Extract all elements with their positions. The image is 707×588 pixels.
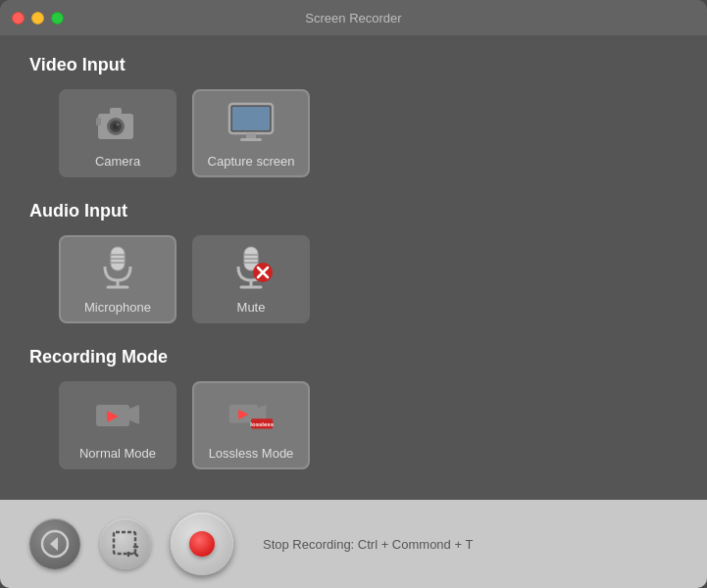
- svg-rect-10: [240, 138, 262, 141]
- record-button[interactable]: [171, 513, 233, 575]
- recording-mode-row: Normal Mode lossless: [29, 381, 678, 469]
- svg-rect-36: [114, 532, 135, 554]
- maximize-button[interactable]: [51, 12, 64, 24]
- title-bar: Screen Recorder: [0, 0, 707, 35]
- svg-marker-35: [50, 537, 58, 551]
- lossless-mode-icon-container: lossless: [227, 391, 275, 438]
- video-input-title: Video Input: [29, 55, 678, 75]
- back-icon: [40, 529, 70, 559]
- normal-mode-icon: [94, 397, 141, 432]
- video-input-row: Camera Capture screen: [29, 89, 678, 177]
- main-content: Video Input Camera: [0, 35, 707, 500]
- svg-marker-31: [258, 404, 267, 420]
- recording-mode-title: Recording Mode: [29, 347, 678, 368]
- lossless-mode-label: Lossless Mode: [209, 446, 294, 461]
- microphone-button[interactable]: Microphone: [59, 235, 177, 323]
- microphone-label: Microphone: [84, 300, 151, 315]
- svg-point-5: [117, 122, 120, 125]
- camera-button[interactable]: Camera: [59, 89, 177, 177]
- mute-button[interactable]: Mute: [192, 235, 310, 323]
- record-dot: [189, 531, 215, 557]
- bottom-bar: Stop Recording: Ctrl + Commond + T: [0, 500, 707, 588]
- svg-line-39: [134, 553, 137, 556]
- svg-rect-9: [246, 133, 256, 138]
- back-button[interactable]: [29, 518, 80, 569]
- mute-icon: [229, 245, 273, 292]
- capture-screen-label: Capture screen: [208, 154, 295, 169]
- microphone-icon-container: [94, 245, 141, 292]
- svg-rect-6: [110, 108, 122, 115]
- capture-area-icon: [111, 529, 140, 559]
- normal-mode-button[interactable]: Normal Mode: [59, 381, 177, 469]
- capture-area-button[interactable]: [100, 518, 151, 569]
- close-button[interactable]: [12, 12, 25, 24]
- audio-input-row: Microphone: [29, 235, 678, 323]
- normal-mode-icon-container: [94, 391, 141, 438]
- lossless-mode-icon: lossless: [227, 395, 275, 434]
- minimize-button[interactable]: [31, 12, 44, 24]
- capture-screen-button[interactable]: Capture screen: [192, 89, 310, 177]
- traffic-lights: [12, 12, 64, 24]
- stop-recording-text: Stop Recording: Ctrl + Commond + T: [263, 537, 473, 552]
- camera-icon: [96, 104, 139, 141]
- mute-label: Mute: [237, 300, 266, 315]
- normal-mode-label: Normal Mode: [79, 446, 156, 461]
- lossless-mode-button[interactable]: lossless Lossless Mode: [192, 381, 310, 469]
- camera-label: Camera: [95, 154, 140, 169]
- mute-icon-container: [227, 245, 275, 292]
- svg-text:lossless: lossless: [250, 421, 274, 427]
- svg-rect-8: [232, 107, 270, 130]
- monitor-icon-container: [227, 99, 275, 146]
- svg-marker-28: [129, 405, 139, 424]
- camera-icon-container: [94, 99, 141, 146]
- monitor-icon: [227, 102, 275, 143]
- microphone-icon: [96, 245, 139, 292]
- audio-input-title: Audio Input: [29, 201, 678, 221]
- app-window: Screen Recorder Video Input: [0, 0, 707, 588]
- svg-rect-1: [96, 118, 101, 125]
- window-title: Screen Recorder: [305, 11, 401, 25]
